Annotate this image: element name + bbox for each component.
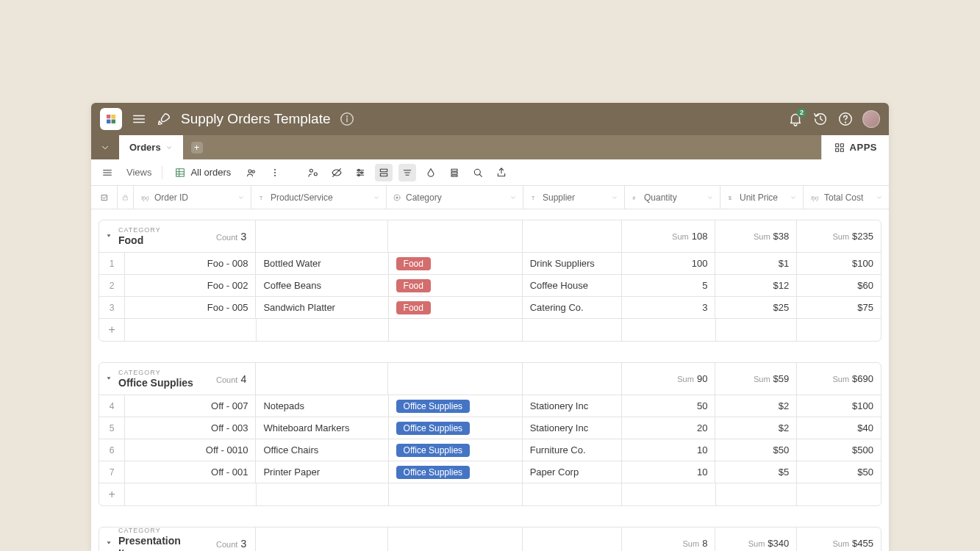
cell-product[interactable]: Bottled Water xyxy=(256,253,388,274)
apps-button[interactable]: APPS xyxy=(821,135,889,159)
cell-order-id[interactable]: Foo - 008 xyxy=(125,253,256,274)
cell-total-cost[interactable]: $50 xyxy=(797,461,881,483)
color-icon[interactable] xyxy=(422,164,440,181)
cell-order-id[interactable]: Foo - 002 xyxy=(125,275,256,296)
cell-product[interactable]: Notepads xyxy=(256,395,388,417)
history-icon[interactable] xyxy=(812,111,829,127)
cell-product[interactable]: Office Chairs xyxy=(256,439,388,461)
cell-product[interactable]: Coffee Beans xyxy=(256,275,388,296)
grid-body[interactable]: CATEGORY Food Count 3 Sum108 Sum$38 Sum$… xyxy=(91,209,889,551)
cell-total-cost[interactable]: $60 xyxy=(797,275,881,296)
expand-sheets-button[interactable] xyxy=(91,135,119,159)
active-view-label: All orders xyxy=(190,167,231,178)
column-header-total-cost[interactable]: f(x) Total Cost xyxy=(804,186,889,209)
cell-product[interactable]: Whiteboard Markers xyxy=(256,417,388,439)
group-icon[interactable] xyxy=(375,164,393,181)
cell-quantity[interactable]: 3 xyxy=(622,297,715,318)
cell-total-cost[interactable]: $75 xyxy=(797,297,881,318)
row-height-icon[interactable] xyxy=(446,164,463,181)
cell-total-cost[interactable]: $40 xyxy=(797,417,881,439)
table-row[interactable]: 1 Foo - 008 Bottled Water Food Drink Sup… xyxy=(99,253,881,275)
cell-order-id[interactable]: Foo - 005 xyxy=(125,297,256,318)
column-header-unit-price[interactable]: $ Unit Price xyxy=(720,186,804,209)
info-icon[interactable] xyxy=(339,111,355,127)
table-row[interactable]: 7 Off - 001 Printer Paper Office Supplie… xyxy=(99,461,881,483)
cell-product[interactable]: Sandwich Platter xyxy=(256,297,388,318)
cell-order-id[interactable]: Off - 0010 xyxy=(125,439,256,461)
cell-category[interactable]: Office Supplies xyxy=(389,395,523,417)
search-icon[interactable] xyxy=(469,164,487,181)
views-menu-icon[interactable] xyxy=(99,164,116,181)
table-row[interactable]: 2 Foo - 002 Coffee Beans Food Coffee Hou… xyxy=(99,275,881,297)
more-icon[interactable] xyxy=(266,164,284,181)
cell-order-id[interactable]: Off - 007 xyxy=(125,395,256,417)
table-row[interactable]: 5 Off - 003 Whiteboard Markers Office Su… xyxy=(99,417,881,439)
cell-unit-price[interactable]: $1 xyxy=(715,253,797,274)
cell-unit-price[interactable]: $2 xyxy=(715,395,797,417)
cell-quantity[interactable]: 20 xyxy=(622,417,715,439)
cell-total-cost[interactable]: $100 xyxy=(797,253,881,274)
cell-supplier[interactable]: Furniture Co. xyxy=(523,439,622,461)
cell-quantity[interactable]: 5 xyxy=(622,275,715,296)
table-row[interactable]: 6 Off - 0010 Office Chairs Office Suppli… xyxy=(99,439,881,461)
table-row[interactable]: 3 Foo - 005 Sandwich Platter Food Cateri… xyxy=(99,297,881,319)
doc-title[interactable]: Supply Orders Template xyxy=(181,111,330,127)
cell-quantity[interactable]: 50 xyxy=(622,395,715,417)
hide-fields-icon[interactable] xyxy=(328,164,346,181)
collapse-group-icon[interactable] xyxy=(105,373,112,384)
column-header-supplier[interactable]: T Supplier xyxy=(523,186,625,209)
cell-unit-price[interactable]: $50 xyxy=(715,439,797,461)
cell-supplier[interactable]: Stationery Inc xyxy=(523,417,622,439)
cell-unit-price[interactable]: $2 xyxy=(715,417,797,439)
cell-supplier[interactable]: Catering Co. xyxy=(523,297,622,318)
cell-order-id[interactable]: Off - 001 xyxy=(125,461,256,483)
user-avatar[interactable] xyxy=(862,110,880,128)
add-row-button[interactable]: + xyxy=(99,483,125,505)
cell-unit-price[interactable]: $25 xyxy=(715,297,797,318)
collapse-group-icon[interactable] xyxy=(105,538,112,549)
add-row-button[interactable]: + xyxy=(99,319,125,341)
cell-supplier[interactable]: Stationery Inc xyxy=(523,395,622,417)
cell-supplier[interactable]: Paper Corp xyxy=(523,461,622,483)
cell-category[interactable]: Office Supplies xyxy=(389,417,523,439)
cell-category[interactable]: Food xyxy=(389,297,523,318)
cell-supplier[interactable]: Drink Suppliers xyxy=(523,253,622,274)
cell-order-id[interactable]: Off - 003 xyxy=(125,417,256,439)
column-header-quantity[interactable]: # Quantity xyxy=(625,186,720,209)
hamburger-icon[interactable] xyxy=(131,111,147,127)
cell-quantity[interactable]: 10 xyxy=(622,439,715,461)
share-icon[interactable] xyxy=(304,164,322,181)
cell-category[interactable]: Food xyxy=(389,253,523,274)
cell-supplier[interactable]: Coffee House xyxy=(523,275,622,296)
collaborators-icon[interactable] xyxy=(243,164,260,181)
export-icon[interactable] xyxy=(493,164,510,181)
active-view-chip[interactable]: All orders xyxy=(168,165,237,181)
select-all-checkbox[interactable] xyxy=(91,186,118,209)
count-label: Count xyxy=(216,375,237,384)
filter-settings-icon[interactable] xyxy=(351,164,369,181)
sheet-tab-orders[interactable]: Orders xyxy=(119,135,183,159)
column-header-product[interactable]: T Product/Service xyxy=(251,186,387,209)
cell-category[interactable]: Office Supplies xyxy=(389,461,523,483)
app-logo[interactable] xyxy=(100,108,122,130)
cell-total-cost[interactable]: $500 xyxy=(797,439,881,461)
cell-category[interactable]: Food xyxy=(389,275,523,296)
column-header-order-id[interactable]: f(x) Order ID xyxy=(134,186,251,209)
cell-quantity[interactable]: 10 xyxy=(622,461,715,483)
cell-total-cost[interactable]: $100 xyxy=(797,395,881,417)
cell-unit-price[interactable]: $12 xyxy=(715,275,797,296)
sort-icon[interactable] xyxy=(398,164,416,181)
help-icon[interactable] xyxy=(837,111,854,127)
cell-unit-price[interactable]: $5 xyxy=(715,461,797,483)
collapse-group-icon[interactable] xyxy=(105,231,112,242)
cell-category[interactable]: Office Supplies xyxy=(389,439,523,461)
views-label[interactable]: Views xyxy=(122,167,156,178)
add-sheet-button[interactable]: + xyxy=(187,135,207,159)
rocket-icon[interactable] xyxy=(156,111,172,127)
table-row[interactable]: 4 Off - 007 Notepads Office Supplies Sta… xyxy=(99,395,881,417)
cell-quantity[interactable]: 100 xyxy=(622,253,715,274)
cell-product[interactable]: Printer Paper xyxy=(256,461,388,483)
column-header-category[interactable]: Category xyxy=(387,186,523,209)
notifications-button[interactable]: 2 xyxy=(787,111,804,127)
column-header-row: f(x) Order ID T Product/Service Category… xyxy=(91,186,889,209)
